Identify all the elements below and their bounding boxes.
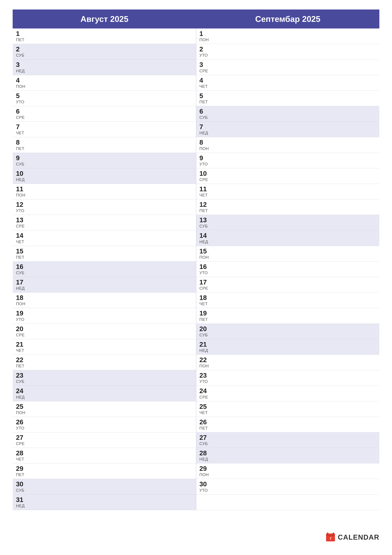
day-number: 10 (16, 170, 193, 177)
day-number: 22 (16, 356, 193, 364)
aug-day-27: 27СРЕ (13, 432, 196, 448)
sep-day-16: 16УТО (196, 261, 379, 277)
sep-day-25: 25ЧЕТ (196, 401, 379, 417)
day-name: ЧЕТ (16, 239, 193, 244)
day-name: ПЕТ (200, 426, 376, 431)
august-header: Август 2025 (13, 10, 196, 28)
day-number: 27 (16, 434, 193, 441)
day-number: 16 (200, 263, 376, 270)
day-number: 2 (200, 45, 376, 53)
aug-day-9: 9СУБ (13, 153, 196, 168)
day-number: 12 (200, 201, 376, 208)
aug-day-30: 30СУБ (13, 479, 196, 494)
day-name: УТО (16, 317, 193, 322)
sep-day-8: 8ПОН (196, 137, 379, 153)
day-name: УТО (16, 100, 193, 104)
day-number: 2 (16, 45, 193, 53)
day-number: 18 (16, 294, 193, 301)
calendar-icon: 7 (326, 532, 335, 542)
day-number: 15 (16, 248, 193, 255)
day-number: 6 (16, 108, 193, 115)
svg-rect-2 (326, 535, 335, 536)
day-number: 24 (16, 387, 193, 394)
svg-rect-4 (333, 533, 334, 535)
day-number: 7 (16, 123, 193, 131)
day-name: УТО (16, 426, 193, 431)
day-number: 29 (200, 465, 376, 472)
aug-day-22: 22ПЕТ (13, 355, 196, 370)
day-number: 24 (200, 387, 376, 394)
sep-day-13: 13СУБ (196, 215, 379, 230)
day-name: ПЕТ (16, 472, 193, 477)
aug-day-14: 14ЧЕТ (13, 230, 196, 246)
day-number: 3 (16, 61, 193, 68)
aug-day-11: 11ПОН (13, 184, 196, 199)
day-number: 17 (16, 279, 193, 286)
day-name: ПЕТ (16, 146, 193, 151)
day-name: СУБ (16, 53, 193, 58)
day-number: 7 (200, 123, 376, 131)
aug-day-21: 21ЧЕТ (13, 339, 196, 355)
day-name: СУБ (16, 488, 193, 493)
aug-day-17: 17НЕД (13, 277, 196, 292)
aug-day-13: 13СРЕ (13, 215, 196, 230)
day-name: ПЕТ (200, 100, 376, 104)
day-number: 1 (200, 30, 376, 37)
day-name: ЧЕТ (200, 301, 376, 306)
sep-day-4: 4ЧЕТ (196, 75, 379, 90)
day-name: СУБ (200, 333, 376, 337)
day-name: ПОН (16, 193, 193, 197)
sep-day-1: 1ПОН (196, 28, 379, 44)
day-name: ПОН (200, 472, 376, 477)
day-name: СРЕ (200, 286, 376, 291)
day-name: ПЕТ (200, 317, 376, 322)
day-number: 8 (16, 139, 193, 146)
day-name: УТО (200, 53, 376, 58)
day-number: 5 (16, 92, 193, 100)
day-name: СУБ (16, 379, 193, 384)
day-name: ПЕТ (16, 255, 193, 260)
day-number: 26 (16, 418, 193, 426)
day-number: 16 (16, 263, 193, 270)
day-number: 29 (16, 465, 193, 472)
day-name: НЕД (200, 348, 376, 353)
sep-day-27: 27СУБ (196, 432, 379, 448)
sep-day-10: 10СРЕ (196, 168, 379, 184)
sep-day-21: 21НЕД (196, 339, 379, 355)
day-number: 20 (16, 325, 193, 333)
sep-day-30: 30УТО (196, 479, 379, 494)
day-name: ЧЕТ (200, 193, 376, 197)
day-name: СРЕ (200, 68, 376, 73)
day-name: СУБ (16, 270, 193, 275)
sep-day-29: 29ПОН (196, 463, 379, 479)
aug-day-10: 10НЕД (13, 168, 196, 184)
aug-day-18: 18ПОН (13, 292, 196, 308)
day-number: 25 (16, 403, 193, 410)
aug-day-31: 31НЕД (13, 494, 196, 510)
calendar-table: Август 2025 Септембар 2025 1ПЕТ1ПОН2СУБ2… (13, 9, 379, 510)
day-number: 4 (16, 77, 193, 84)
day-name: ПЕТ (16, 364, 193, 368)
aug-day-16: 16СУБ (13, 261, 196, 277)
sep-day-20: 20СУБ (196, 323, 379, 339)
day-number: 31 (16, 496, 193, 504)
day-number: 14 (200, 232, 376, 239)
day-name: НЕД (16, 286, 193, 291)
day-name: ПОН (200, 255, 376, 260)
day-name: УТО (200, 270, 376, 275)
day-name: ЧЕТ (16, 131, 193, 135)
aug-day-6: 6СРЕ (13, 106, 196, 122)
day-name: УТО (16, 208, 193, 213)
sep-day-11: 11ЧЕТ (196, 184, 379, 199)
footer: 7 CALENDAR (326, 532, 379, 542)
day-name: ПОН (200, 364, 376, 368)
sep-day-15: 15ПОН (196, 246, 379, 261)
day-name: ЧЕТ (16, 348, 193, 353)
aug-day-4: 4ПОН (13, 75, 196, 90)
day-name: СРЕ (200, 395, 376, 400)
aug-day-15: 15ПЕТ (13, 246, 196, 261)
day-name: СУБ (200, 115, 376, 120)
day-name: ПОН (200, 37, 376, 42)
day-number: 4 (200, 77, 376, 84)
day-name: ЧЕТ (16, 457, 193, 462)
